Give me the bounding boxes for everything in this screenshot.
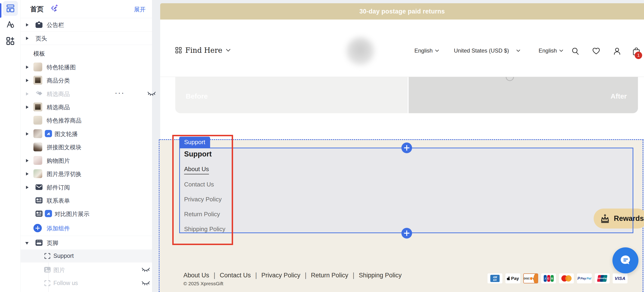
- footer-bottom-link-about-us[interactable]: About Us: [184, 272, 209, 279]
- sidebar-item-footer-follow-us[interactable]: Follow us: [21, 277, 152, 290]
- compare-panel-after[interactable]: After: [408, 77, 638, 113]
- find-here-menu[interactable]: Find Here: [175, 46, 230, 54]
- sidebar-item-product-category[interactable]: 商品分类: [21, 74, 152, 87]
- visa-icon: VISA: [613, 273, 628, 283]
- sidebar-item-label: 特色推荐商品: [47, 117, 82, 124]
- sidebar-item-shopping-image[interactable]: 购物图片: [21, 154, 152, 167]
- sidebar-item-image-hover-switch[interactable]: 图片悬浮切换: [21, 167, 152, 180]
- wishlist-heart-icon[interactable]: [592, 47, 600, 55]
- ai-tool-badge-icon: [45, 130, 52, 137]
- sidebar-item-label: 图片悬浮切换: [47, 170, 82, 178]
- more-options-icon[interactable]: ···: [115, 88, 125, 97]
- search-icon[interactable]: [571, 47, 580, 55]
- language-label: English: [414, 47, 433, 54]
- footer-link-contact-us[interactable]: Contact Us: [184, 181, 214, 188]
- chevron-down-icon: [516, 50, 520, 52]
- compare-panel-before[interactable]: Before: [175, 77, 408, 113]
- grid-menu-icon: [175, 47, 182, 54]
- sidebar-item-featured-carousel[interactable]: 特色轮播图: [21, 60, 152, 73]
- form-icon: [34, 209, 44, 218]
- language-selector-left[interactable]: English: [414, 47, 439, 54]
- sidebar-item-contact-form[interactable]: 联系表单: [21, 194, 152, 207]
- sidebar-item-featured-products-hidden[interactable]: 精选商品 ···: [21, 87, 152, 100]
- chat-widget-button[interactable]: [612, 247, 638, 273]
- chat-bubble-icon: [620, 255, 632, 266]
- sidebar-header: 首页 展开: [21, 0, 152, 18]
- visibility-off-icon[interactable]: [142, 267, 150, 273]
- footer-bottom-link-privacy-policy[interactable]: Privacy Policy: [262, 272, 300, 279]
- collapse-arrow-icon[interactable]: [25, 242, 28, 245]
- expand-arrow-icon[interactable]: [26, 66, 28, 69]
- typography-color-icon: [6, 20, 15, 29]
- sidebar-item-image-text-carousel[interactable]: 图文轮播: [21, 127, 152, 140]
- footer-bottom-link-shipping-policy[interactable]: Shipping Policy: [359, 272, 402, 279]
- expand-arrow-icon[interactable]: [26, 132, 28, 135]
- store-logo[interactable]: [346, 37, 374, 65]
- sidebar-item-page-header[interactable]: 页头: [21, 32, 152, 45]
- region-label: United States (USD $): [454, 47, 509, 54]
- amex-icon: AMEX: [488, 273, 502, 283]
- sidebar-item-email-subscribe[interactable]: 邮件订阅: [21, 181, 152, 194]
- footer-link-shipping-policy[interactable]: Shipping Policy: [184, 225, 226, 233]
- sidebar-item-label: 联系表单: [47, 197, 70, 205]
- divider: [21, 236, 152, 236]
- announcement-bar[interactable]: 30-day postage paid returns: [160, 3, 644, 20]
- sidebar-item-featured-recommend[interactable]: 特色推荐商品: [21, 114, 152, 127]
- language-selector-right[interactable]: English: [538, 47, 563, 54]
- expand-arrow-icon[interactable]: [26, 23, 28, 27]
- account-icon[interactable]: [613, 47, 621, 55]
- sidebar-item-label: 精选商品: [47, 90, 70, 98]
- expand-arrow-icon[interactable]: [26, 79, 28, 82]
- expand-arrow-icon[interactable]: [26, 159, 28, 162]
- sidebar-item-label: 拼接图文模块: [47, 143, 82, 151]
- sidebar-item-footer-image[interactable]: 图片: [21, 263, 152, 276]
- footer-bottom-link-return-policy[interactable]: Return Policy: [311, 272, 348, 279]
- rewards-button[interactable]: Rewards: [594, 209, 644, 229]
- find-here-label: Find Here: [185, 46, 222, 54]
- theme-editor-app: 首页 展开 公告栏 页头 模板: [0, 0, 644, 292]
- footer-link-privacy-policy[interactable]: Privacy Policy: [184, 196, 222, 203]
- add-component-button[interactable]: 添加组件: [21, 222, 152, 235]
- plus-circle-icon: [34, 224, 42, 232]
- sidebar-item-page-footer[interactable]: 页脚: [21, 236, 152, 249]
- sidebar-item-featured-products[interactable]: 精选商品: [21, 100, 152, 113]
- region-selector[interactable]: United States (USD $): [454, 47, 520, 54]
- tags-icon: [34, 89, 44, 98]
- loading-spinner-icon: [506, 77, 514, 82]
- sections-tab[interactable]: [3, 1, 18, 16]
- sidebar-item-label: Support: [54, 252, 74, 259]
- sidebar-item-footer-support[interactable]: Support: [21, 249, 152, 262]
- expand-arrow-icon[interactable]: [26, 105, 28, 109]
- link-separator: |: [214, 271, 216, 279]
- footer-link-about-us[interactable]: About Us: [184, 166, 209, 174]
- expand-arrow-icon[interactable]: [26, 172, 28, 176]
- visibility-off-icon[interactable]: [142, 281, 150, 287]
- theme-style-tab[interactable]: [6, 20, 15, 29]
- expand-arrow-icon[interactable]: [26, 37, 28, 40]
- section-dashed-border-top: [160, 139, 644, 140]
- selected-block-overlay[interactable]: [179, 148, 633, 233]
- image-icon: [43, 265, 52, 274]
- add-block-above-button[interactable]: [402, 142, 412, 153]
- link-separator: |: [353, 271, 354, 279]
- sidebar-item-label: 图片: [54, 266, 65, 274]
- block-bracket-icon: [43, 279, 52, 287]
- expand-arrow-icon[interactable]: [26, 92, 28, 96]
- expand-arrow-icon[interactable]: [26, 186, 28, 189]
- add-block-below-button[interactable]: [402, 228, 412, 238]
- expand-button[interactable]: 展开: [134, 6, 146, 13]
- sidebar-item-label: 商品分类: [47, 77, 70, 84]
- copyright-text: © 2025 XpressGift: [184, 281, 223, 286]
- section-dashed-border-left: [159, 139, 160, 292]
- blocks-plus-icon: [6, 37, 15, 45]
- apple-pay-icon: Pay: [506, 273, 520, 283]
- add-blocks-tab[interactable]: [6, 37, 15, 46]
- footer-link-return-policy[interactable]: Return Policy: [184, 211, 220, 218]
- footer-column-title: Support: [184, 150, 212, 158]
- sidebar-item-collage-module[interactable]: 拼接图文模块: [21, 140, 152, 154]
- sidebar-item-announcement-bar[interactable]: 公告栏: [21, 18, 152, 31]
- sidebar-item-compare-image[interactable]: 对比图片展示: [21, 207, 152, 220]
- visibility-off-icon[interactable]: [147, 91, 156, 97]
- mail-icon: [34, 183, 44, 192]
- footer-bottom-link-contact-us[interactable]: Contact Us: [220, 272, 251, 279]
